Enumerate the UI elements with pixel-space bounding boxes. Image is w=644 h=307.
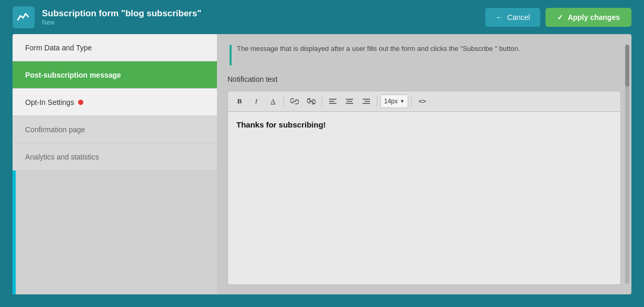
sidebar-item-label: Confirmation page xyxy=(25,125,85,134)
scrollbar[interactable] xyxy=(625,45,629,284)
sidebar-item-confirmation[interactable]: Confirmation page xyxy=(13,116,217,143)
page-subtitle: New xyxy=(42,19,201,26)
sidebar-item-label: Opt-In Settings xyxy=(25,98,74,107)
italic-button[interactable]: I xyxy=(249,94,264,108)
header-left: Subscription form "blog subscribers" New xyxy=(13,6,201,28)
align-left-button[interactable] xyxy=(325,94,340,108)
font-size-selector[interactable]: 14px ▼ xyxy=(380,94,408,108)
info-text: The message that is displayed after a us… xyxy=(237,44,520,54)
link-button[interactable] xyxy=(287,94,302,108)
info-box: The message that is displayed after a us… xyxy=(227,44,621,66)
toolbar-separator-3 xyxy=(377,96,377,107)
sidebar-item-label: Post-subscription message xyxy=(25,71,121,79)
sidebar-item-opt-in[interactable]: Opt-In Settings xyxy=(13,89,217,116)
main-content: Form Data and Type Post-subscription mes… xyxy=(0,34,644,307)
opt-in-dot-indicator xyxy=(78,100,83,105)
toolbar-separator-1 xyxy=(283,96,284,107)
sidebar-item-post-subscription[interactable]: Post-subscription message xyxy=(13,61,217,89)
editor-wrapper: B I A xyxy=(227,91,621,285)
toolbar-separator-2 xyxy=(322,96,322,107)
font-size-chevron: ▼ xyxy=(400,99,405,104)
apply-label: Apply changes xyxy=(567,13,620,22)
info-bar-accent xyxy=(230,45,232,66)
unlink-button[interactable] xyxy=(304,94,319,108)
align-right-button[interactable] xyxy=(359,94,374,108)
cancel-label: Cancel xyxy=(507,13,530,22)
sidebar: Form Data and Type Post-subscription mes… xyxy=(13,34,217,294)
sidebar-item-label: Analytics and statistics xyxy=(25,153,99,161)
font-size-value: 14px xyxy=(384,98,398,105)
cancel-arrow-icon: ← xyxy=(496,13,503,22)
editor-content[interactable]: Thanks for subscribing! xyxy=(236,120,326,129)
app-logo xyxy=(13,6,35,28)
page-title: Subscription form "blog subscribers" xyxy=(42,8,201,19)
underline-button[interactable]: A xyxy=(266,94,280,108)
header-buttons: ← Cancel ✓ Apply changes xyxy=(485,8,631,27)
header: Subscription form "blog subscribers" New… xyxy=(0,0,644,34)
code-button[interactable]: <> xyxy=(415,94,430,108)
right-panel: The message that is displayed after a us… xyxy=(217,34,631,294)
sidebar-item-analytics[interactable]: Analytics and statistics xyxy=(13,143,217,171)
editor-toolbar: B I A xyxy=(227,91,621,112)
editor-area[interactable]: Thanks for subscribing! xyxy=(227,112,621,285)
apply-check-icon: ✓ xyxy=(557,13,563,22)
notification-label: Notification text xyxy=(227,75,621,83)
bold-button[interactable]: B xyxy=(232,94,247,108)
scrollbar-thumb[interactable] xyxy=(625,45,629,87)
header-title-group: Subscription form "blog subscribers" New xyxy=(42,8,201,26)
sidebar-item-form-data[interactable]: Form Data and Type xyxy=(13,34,217,61)
toolbar-separator-4 xyxy=(411,96,412,107)
apply-button[interactable]: ✓ Apply changes xyxy=(545,8,631,27)
sidebar-item-label: Form Data and Type xyxy=(25,44,92,52)
cancel-button[interactable]: ← Cancel xyxy=(485,8,541,27)
align-center-button[interactable] xyxy=(342,94,357,108)
